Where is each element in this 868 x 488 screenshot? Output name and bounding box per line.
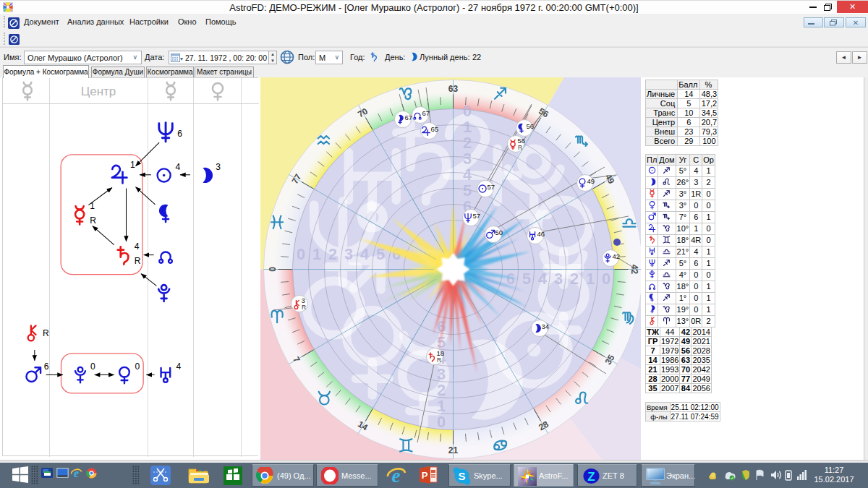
svg-text:6: 6 bbox=[44, 361, 49, 372]
svg-text:0: 0 bbox=[90, 361, 95, 372]
svg-text:4: 4 bbox=[176, 361, 181, 372]
svg-text:Z: Z bbox=[587, 470, 595, 484]
svg-text:42: 42 bbox=[613, 252, 621, 260]
svg-text:0: 0 bbox=[268, 267, 278, 272]
svg-text:4: 4 bbox=[538, 270, 548, 288]
svg-text:1: 1 bbox=[586, 270, 595, 288]
svg-text:6: 6 bbox=[177, 129, 182, 139]
svg-text:3: 3 bbox=[437, 365, 446, 383]
svg-text:49: 49 bbox=[587, 177, 595, 185]
svg-text:65: 65 bbox=[431, 125, 439, 133]
svg-text:2: 2 bbox=[328, 245, 337, 263]
svg-text:Центр: Центр bbox=[81, 85, 116, 98]
svg-text:4: 4 bbox=[135, 241, 140, 252]
svg-text:R: R bbox=[302, 304, 306, 311]
svg-text:57: 57 bbox=[473, 212, 481, 220]
svg-text:3: 3 bbox=[344, 245, 353, 263]
svg-text:R: R bbox=[90, 215, 96, 226]
svg-text:0: 0 bbox=[135, 361, 140, 372]
svg-text:1: 1 bbox=[312, 245, 321, 263]
svg-text:56: 56 bbox=[527, 122, 535, 130]
svg-text:0: 0 bbox=[437, 413, 446, 431]
svg-text:0: 0 bbox=[297, 245, 305, 263]
svg-text:P: P bbox=[422, 470, 428, 481]
svg-text:1: 1 bbox=[437, 397, 446, 415]
svg-text:6: 6 bbox=[506, 270, 515, 288]
svg-text:2: 2 bbox=[570, 270, 579, 288]
svg-text:4: 4 bbox=[175, 162, 180, 172]
svg-text:R: R bbox=[518, 144, 522, 151]
svg-text:1: 1 bbox=[90, 201, 95, 211]
svg-text:3: 3 bbox=[216, 162, 221, 172]
svg-text:5: 5 bbox=[522, 270, 531, 288]
svg-text:3: 3 bbox=[554, 270, 563, 288]
svg-text:R: R bbox=[437, 356, 441, 364]
svg-text:63: 63 bbox=[448, 84, 459, 94]
svg-text:50: 50 bbox=[495, 228, 503, 236]
svg-text:0: 0 bbox=[602, 270, 610, 288]
svg-text:R: R bbox=[43, 328, 49, 338]
svg-text:34: 34 bbox=[542, 322, 550, 330]
svg-text:67: 67 bbox=[422, 109, 430, 117]
svg-text:4: 4 bbox=[360, 245, 370, 263]
svg-text:1: 1 bbox=[130, 160, 135, 170]
svg-text:46: 46 bbox=[537, 230, 545, 238]
svg-text:R: R bbox=[135, 256, 141, 266]
svg-text:21: 21 bbox=[448, 445, 459, 455]
svg-text:2: 2 bbox=[437, 381, 446, 399]
svg-text:S: S bbox=[458, 470, 465, 482]
svg-text:57: 57 bbox=[488, 183, 495, 191]
svg-text:67: 67 bbox=[405, 114, 413, 121]
